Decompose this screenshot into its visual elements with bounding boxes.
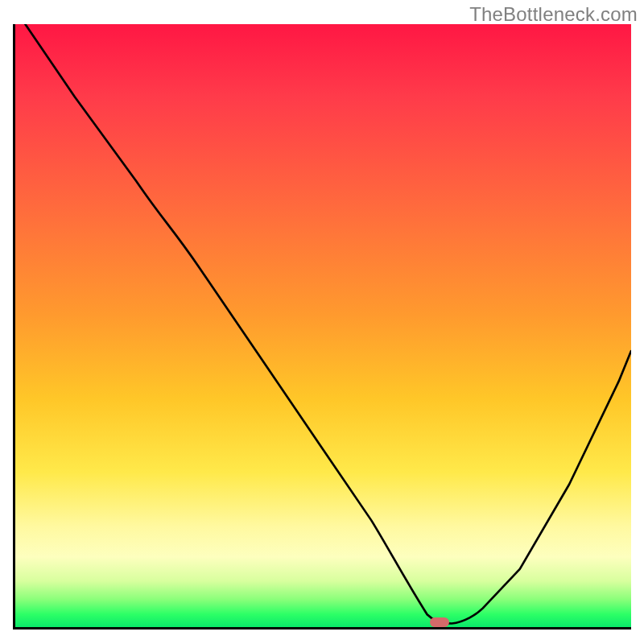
chart-container: TheBottleneck.com bbox=[0, 0, 644, 644]
plot-area bbox=[13, 24, 631, 630]
curve-layer bbox=[13, 24, 631, 630]
optimal-point-marker bbox=[430, 617, 449, 627]
bottleneck-curve bbox=[25, 24, 631, 623]
watermark-text: TheBottleneck.com bbox=[469, 3, 638, 26]
